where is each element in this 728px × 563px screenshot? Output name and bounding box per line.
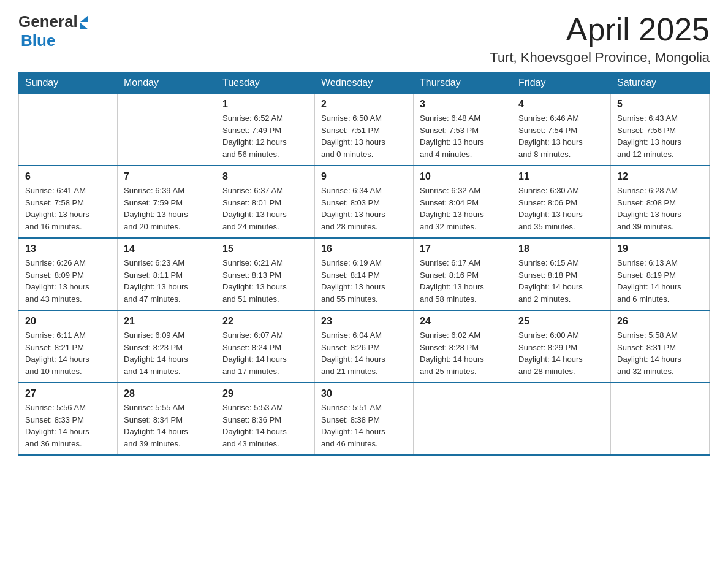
day-number: 9 xyxy=(321,171,407,182)
day-number: 5 xyxy=(617,99,703,110)
calendar-cell: 28Sunrise: 5:55 AM Sunset: 8:34 PM Dayli… xyxy=(118,383,216,455)
calendar-header-tuesday: Tuesday xyxy=(216,72,315,94)
calendar-cell: 20Sunrise: 6:11 AM Sunset: 8:21 PM Dayli… xyxy=(19,310,118,383)
calendar-cell: 4Sunrise: 6:46 AM Sunset: 7:54 PM Daylig… xyxy=(512,94,611,166)
day-info: Sunrise: 6:13 AM Sunset: 8:19 PM Dayligh… xyxy=(617,257,703,305)
calendar-cell: 2Sunrise: 6:50 AM Sunset: 7:51 PM Daylig… xyxy=(315,94,414,166)
calendar-cell: 11Sunrise: 6:30 AM Sunset: 8:06 PM Dayli… xyxy=(512,166,611,238)
day-info: Sunrise: 5:55 AM Sunset: 8:34 PM Dayligh… xyxy=(124,402,210,450)
day-info: Sunrise: 6:00 AM Sunset: 8:29 PM Dayligh… xyxy=(518,329,604,377)
calendar-cell: 24Sunrise: 6:02 AM Sunset: 8:28 PM Dayli… xyxy=(414,310,512,383)
day-info: Sunrise: 6:28 AM Sunset: 8:08 PM Dayligh… xyxy=(617,185,703,232)
day-number: 13 xyxy=(25,243,111,255)
day-number: 21 xyxy=(124,316,210,327)
day-info: Sunrise: 6:26 AM Sunset: 8:09 PM Dayligh… xyxy=(25,257,111,305)
day-number: 4 xyxy=(518,99,604,110)
calendar-cell: 10Sunrise: 6:32 AM Sunset: 8:04 PM Dayli… xyxy=(414,166,512,238)
day-number: 6 xyxy=(25,171,111,182)
day-number: 19 xyxy=(617,243,703,255)
day-number: 28 xyxy=(124,388,210,399)
day-number: 17 xyxy=(420,243,506,255)
day-number: 11 xyxy=(518,171,604,182)
calendar-cell: 21Sunrise: 6:09 AM Sunset: 8:23 PM Dayli… xyxy=(118,310,216,383)
day-info: Sunrise: 5:56 AM Sunset: 8:33 PM Dayligh… xyxy=(25,402,111,450)
day-number: 22 xyxy=(222,316,308,327)
calendar-cell: 27Sunrise: 5:56 AM Sunset: 8:33 PM Dayli… xyxy=(19,383,118,455)
calendar-cell: 29Sunrise: 5:53 AM Sunset: 8:36 PM Dayli… xyxy=(216,383,315,455)
day-info: Sunrise: 6:48 AM Sunset: 7:53 PM Dayligh… xyxy=(420,112,506,160)
day-info: Sunrise: 6:21 AM Sunset: 8:13 PM Dayligh… xyxy=(222,257,308,305)
calendar-cell: 25Sunrise: 6:00 AM Sunset: 8:29 PM Dayli… xyxy=(512,310,611,383)
day-info: Sunrise: 6:32 AM Sunset: 8:04 PM Dayligh… xyxy=(420,185,506,232)
calendar-cell: 5Sunrise: 6:43 AM Sunset: 7:56 PM Daylig… xyxy=(611,94,710,166)
calendar-cell: 15Sunrise: 6:21 AM Sunset: 8:13 PM Dayli… xyxy=(216,238,315,310)
calendar-week-3: 13Sunrise: 6:26 AM Sunset: 8:09 PM Dayli… xyxy=(19,238,710,310)
day-number: 20 xyxy=(25,316,111,327)
calendar-header-thursday: Thursday xyxy=(414,72,512,94)
day-number: 24 xyxy=(420,316,506,327)
calendar-cell: 16Sunrise: 6:19 AM Sunset: 8:14 PM Dayli… xyxy=(315,238,414,310)
calendar-cell: 3Sunrise: 6:48 AM Sunset: 7:53 PM Daylig… xyxy=(414,94,512,166)
calendar-cell: 23Sunrise: 6:04 AM Sunset: 8:26 PM Dayli… xyxy=(315,310,414,383)
calendar-cell xyxy=(611,383,710,455)
day-number: 14 xyxy=(124,243,210,255)
day-info: Sunrise: 6:11 AM Sunset: 8:21 PM Dayligh… xyxy=(25,329,111,377)
day-number: 29 xyxy=(222,388,308,399)
main-title: April 2025 xyxy=(490,12,710,47)
day-info: Sunrise: 6:19 AM Sunset: 8:14 PM Dayligh… xyxy=(321,257,407,305)
calendar-cell: 7Sunrise: 6:39 AM Sunset: 7:59 PM Daylig… xyxy=(118,166,216,238)
calendar-cell: 6Sunrise: 6:41 AM Sunset: 7:58 PM Daylig… xyxy=(19,166,118,238)
calendar-cell: 19Sunrise: 6:13 AM Sunset: 8:19 PM Dayli… xyxy=(611,238,710,310)
day-number: 12 xyxy=(617,171,703,182)
day-info: Sunrise: 6:50 AM Sunset: 7:51 PM Dayligh… xyxy=(321,112,407,160)
calendar-header-monday: Monday xyxy=(118,72,216,94)
day-number: 10 xyxy=(420,171,506,182)
day-number: 7 xyxy=(124,171,210,182)
day-number: 15 xyxy=(222,243,308,255)
calendar-cell: 8Sunrise: 6:37 AM Sunset: 8:01 PM Daylig… xyxy=(216,166,315,238)
calendar-header-saturday: Saturday xyxy=(611,72,710,94)
calendar-cell: 22Sunrise: 6:07 AM Sunset: 8:24 PM Dayli… xyxy=(216,310,315,383)
day-info: Sunrise: 6:46 AM Sunset: 7:54 PM Dayligh… xyxy=(518,112,604,160)
calendar-cell: 18Sunrise: 6:15 AM Sunset: 8:18 PM Dayli… xyxy=(512,238,611,310)
calendar-week-4: 20Sunrise: 6:11 AM Sunset: 8:21 PM Dayli… xyxy=(19,310,710,383)
logo: General Blue xyxy=(18,12,88,50)
logo-general-text: General xyxy=(18,12,78,31)
day-info: Sunrise: 5:53 AM Sunset: 8:36 PM Dayligh… xyxy=(222,402,308,450)
day-info: Sunrise: 6:34 AM Sunset: 8:03 PM Dayligh… xyxy=(321,185,407,232)
day-info: Sunrise: 6:07 AM Sunset: 8:24 PM Dayligh… xyxy=(222,329,308,377)
calendar-cell: 14Sunrise: 6:23 AM Sunset: 8:11 PM Dayli… xyxy=(118,238,216,310)
calendar-cell: 12Sunrise: 6:28 AM Sunset: 8:08 PM Dayli… xyxy=(611,166,710,238)
calendar-table: SundayMondayTuesdayWednesdayThursdayFrid… xyxy=(18,72,710,456)
calendar-cell: 30Sunrise: 5:51 AM Sunset: 8:38 PM Dayli… xyxy=(315,383,414,455)
day-info: Sunrise: 6:17 AM Sunset: 8:16 PM Dayligh… xyxy=(420,257,506,305)
day-number: 27 xyxy=(25,388,111,399)
day-number: 2 xyxy=(321,99,407,110)
title-area: April 2025 Turt, Khoevsgoel Province, Mo… xyxy=(490,12,710,66)
day-info: Sunrise: 6:15 AM Sunset: 8:18 PM Dayligh… xyxy=(518,257,604,305)
day-number: 1 xyxy=(222,99,308,110)
day-info: Sunrise: 6:37 AM Sunset: 8:01 PM Dayligh… xyxy=(222,185,308,232)
day-number: 3 xyxy=(420,99,506,110)
page-header: General Blue April 2025 Turt, Khoevsgoel… xyxy=(18,12,710,66)
day-info: Sunrise: 6:43 AM Sunset: 7:56 PM Dayligh… xyxy=(617,112,703,160)
calendar-cell xyxy=(512,383,611,455)
day-info: Sunrise: 6:39 AM Sunset: 7:59 PM Dayligh… xyxy=(124,185,210,232)
calendar-cell xyxy=(19,94,118,166)
calendar-cell: 13Sunrise: 6:26 AM Sunset: 8:09 PM Dayli… xyxy=(19,238,118,310)
day-info: Sunrise: 6:04 AM Sunset: 8:26 PM Dayligh… xyxy=(321,329,407,377)
calendar-header-wednesday: Wednesday xyxy=(315,72,414,94)
day-number: 16 xyxy=(321,243,407,255)
calendar-week-1: 1Sunrise: 6:52 AM Sunset: 7:49 PM Daylig… xyxy=(19,94,710,166)
day-number: 23 xyxy=(321,316,407,327)
calendar-cell xyxy=(118,94,216,166)
logo-blue-text: Blue xyxy=(21,31,55,50)
calendar-header-sunday: Sunday xyxy=(19,72,118,94)
day-number: 30 xyxy=(321,388,407,399)
day-number: 8 xyxy=(222,171,308,182)
calendar-cell: 1Sunrise: 6:52 AM Sunset: 7:49 PM Daylig… xyxy=(216,94,315,166)
calendar-week-5: 27Sunrise: 5:56 AM Sunset: 8:33 PM Dayli… xyxy=(19,383,710,455)
day-info: Sunrise: 5:58 AM Sunset: 8:31 PM Dayligh… xyxy=(617,329,703,377)
day-info: Sunrise: 5:51 AM Sunset: 8:38 PM Dayligh… xyxy=(321,402,407,450)
calendar-cell: 9Sunrise: 6:34 AM Sunset: 8:03 PM Daylig… xyxy=(315,166,414,238)
